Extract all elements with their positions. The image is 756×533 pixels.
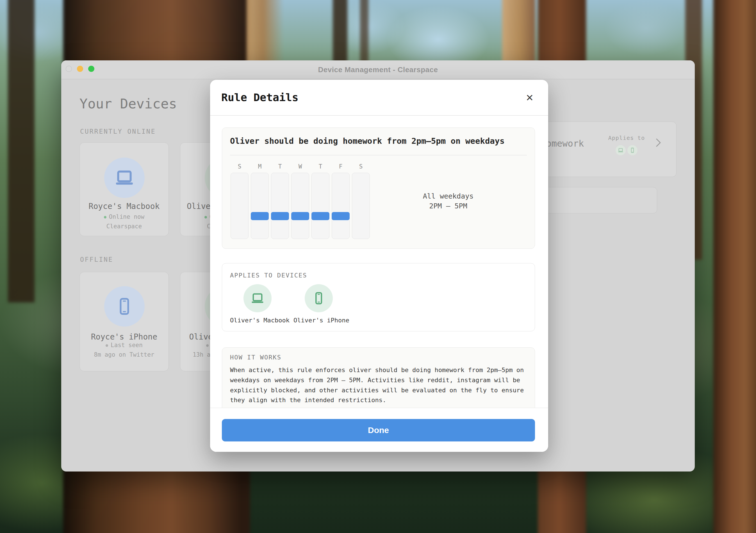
window-titlebar: Device Management - Clearspace bbox=[61, 60, 695, 79]
day-column-sunday: S bbox=[230, 163, 249, 239]
chevron-right-icon bbox=[656, 138, 662, 147]
section-label-offline: OFFLINE bbox=[80, 256, 113, 263]
laptop-icon bbox=[243, 284, 272, 312]
device-name: Royce's iPhone bbox=[80, 332, 169, 341]
device-detail: 8m ago on Twitter bbox=[80, 351, 169, 358]
day-column-wednesday: W bbox=[291, 163, 309, 239]
tree-trunk bbox=[713, 0, 756, 533]
how-it-works-body: When active, this rule enforces oliver s… bbox=[230, 365, 528, 405]
device-card-royces-macbook[interactable]: Royce's Macbook Online now Clearspace bbox=[79, 142, 169, 236]
schedule-days: All weekdays bbox=[402, 191, 495, 201]
schedule-summary: All weekdays 2PM — 5PM bbox=[402, 191, 495, 211]
phone-icon bbox=[104, 286, 145, 327]
device-detail: Clearspace bbox=[80, 223, 169, 230]
page-title: Your Devices bbox=[79, 96, 177, 112]
day-column-monday: M bbox=[251, 163, 269, 239]
rule-details-modal: Rule Details ✕ Oliver should be doing ho… bbox=[210, 80, 548, 452]
phone-icon bbox=[627, 145, 637, 155]
how-it-works-label: HOW IT WORKS bbox=[230, 354, 282, 361]
status-dot bbox=[206, 344, 209, 347]
desktop: Device Management - Clearspace Your Devi… bbox=[0, 0, 756, 533]
zoom-window-button[interactable] bbox=[88, 66, 94, 72]
modal-header: Rule Details ✕ bbox=[210, 80, 548, 116]
done-button[interactable]: Done bbox=[222, 419, 535, 441]
day-column-friday: F bbox=[332, 163, 350, 239]
device-item-name: Oliver's iPhone bbox=[293, 317, 344, 324]
status-dot bbox=[104, 216, 106, 219]
day-column-thursday: T bbox=[311, 163, 329, 239]
device-status: Last seen bbox=[80, 342, 169, 349]
modal-title: Rule Details bbox=[221, 91, 299, 104]
applies-to-devices-card: APPLIES TO DEVICES Oliver's Macbook bbox=[222, 263, 535, 332]
tree-trunk bbox=[8, 0, 35, 303]
device-item-olivers-macbook: Oliver's Macbook bbox=[230, 284, 285, 324]
minimize-window-button[interactable] bbox=[77, 66, 83, 72]
status-dot bbox=[204, 216, 207, 219]
phone-icon bbox=[305, 284, 333, 312]
laptop-icon bbox=[616, 145, 626, 155]
day-column-saturday: S bbox=[352, 163, 370, 239]
section-label-online: CURRENTLY ONLINE bbox=[80, 128, 156, 135]
device-name: Royce's Macbook bbox=[80, 201, 169, 211]
divider bbox=[230, 155, 527, 155]
window-title: Device Management - Clearspace bbox=[318, 66, 438, 74]
day-column-tuesday: T bbox=[271, 163, 289, 239]
schedule-time: 2PM — 5PM bbox=[402, 201, 495, 211]
device-card-royces-iphone[interactable]: Royce's iPhone Last seen 8m ago on Twitt… bbox=[79, 272, 169, 371]
weekly-schedule-chart: S M T W T F S bbox=[230, 163, 370, 239]
rule-summary-card: Oliver should be doing homework from 2pm… bbox=[222, 127, 535, 249]
device-item-olivers-iphone: Oliver's iPhone bbox=[293, 284, 344, 324]
laptop-icon bbox=[104, 158, 145, 198]
applies-to-devices-label: APPLIES TO DEVICES bbox=[230, 272, 307, 279]
close-window-button[interactable] bbox=[66, 66, 72, 72]
status-dot bbox=[106, 344, 108, 347]
modal-footer: Done bbox=[210, 408, 548, 452]
rule-summary-title: Oliver should be doing homework from 2pm… bbox=[230, 136, 505, 146]
device-status: Online now bbox=[80, 213, 169, 220]
close-icon[interactable]: ✕ bbox=[524, 92, 536, 104]
device-item-name: Oliver's Macbook bbox=[230, 317, 285, 324]
